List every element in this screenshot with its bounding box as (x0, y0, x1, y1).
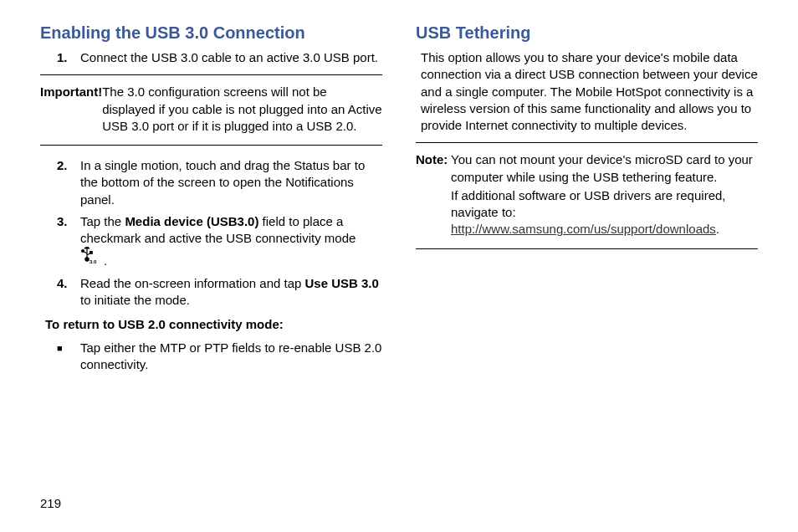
step4-bold: Use USB 3.0 (305, 276, 379, 290)
bullet-text: Tap either the MTP or PTP fields to re-e… (80, 340, 382, 374)
usb3-icon: 3.0 (80, 247, 99, 269)
bullet-square-icon: ■ (57, 340, 80, 374)
heading-enabling-usb3: Enabling the USB 3.0 Connection (40, 23, 382, 43)
step-text: Tap the Media device (USB3.0) field to p… (80, 213, 382, 270)
important-callout: Important! The 3.0 configuration screens… (40, 74, 382, 146)
heading-usb-tethering: USB Tethering (416, 23, 758, 43)
step-1: 1. Connect the USB 3.0 cable to an activ… (57, 49, 382, 66)
step-number: 2. (57, 157, 80, 208)
note-callout: Note: You can not mount your device's mi… (416, 142, 758, 248)
svg-rect-2 (90, 252, 93, 254)
svg-point-1 (82, 250, 84, 253)
note-text-1: You can not mount your device's microSD … (451, 151, 758, 186)
step3-bold: Media device (USB3.0) (125, 214, 258, 228)
tethering-intro: This option allows you to share your dev… (421, 49, 758, 134)
step-2: 2. In a single motion, touch and drag th… (57, 157, 382, 208)
step4-post: to initiate the mode. (80, 293, 190, 307)
step-3: 3. Tap the Media device (USB3.0) field t… (57, 213, 382, 270)
note-label: Note: (416, 151, 451, 186)
support-link[interactable]: http://www.samsung.com/us/support/downlo… (451, 222, 716, 236)
sub-heading-return-usb2: To return to USB 2.0 connectivity mode: (45, 317, 382, 331)
right-column: USB Tethering This option allows you to … (416, 23, 758, 379)
step3-pre: Tap the (80, 214, 125, 228)
usb3-icon-label: 3.0 (90, 259, 97, 264)
step-number: 3. (57, 213, 80, 270)
step-number: 4. (57, 275, 80, 309)
step4-pre: Read the on-screen information and tap (80, 276, 305, 290)
bullet-usb2: ■ Tap either the MTP or PTP fields to re… (57, 340, 382, 374)
page-number: 219 (40, 496, 61, 510)
note-text-2: If additional software or USB drivers ar… (451, 188, 725, 219)
important-label: Important! (40, 84, 102, 135)
step-text: Read the on-screen information and tap U… (80, 275, 382, 309)
step-text: In a single motion, touch and drag the S… (80, 157, 382, 208)
important-text: The 3.0 configuration screens will not b… (102, 84, 382, 135)
left-column: Enabling the USB 3.0 Connection 1. Conne… (40, 23, 382, 379)
step-text: Connect the USB 3.0 cable to an active 3… (80, 49, 378, 66)
icon-period: . (104, 253, 107, 268)
step-number: 1. (57, 49, 80, 66)
note-period: . (716, 222, 719, 236)
step-4: 4. Read the on-screen information and ta… (57, 275, 382, 309)
